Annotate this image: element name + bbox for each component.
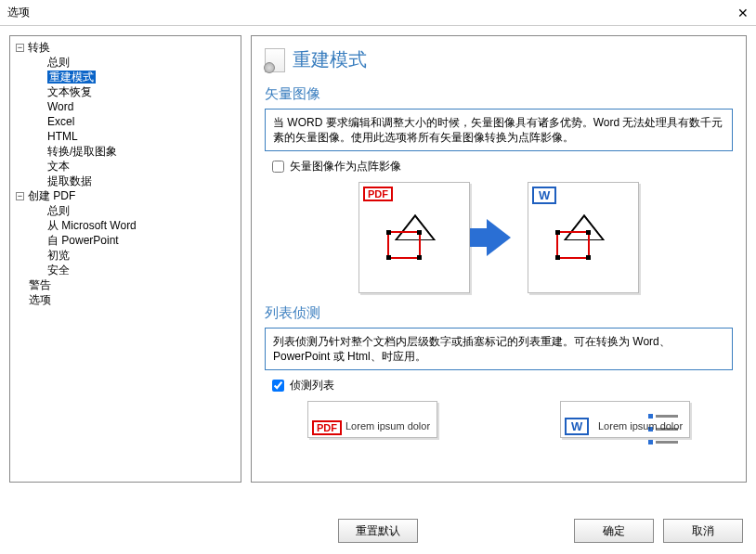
tree-item[interactable]: 总则 [31, 203, 239, 218]
section-heading-list: 列表侦测 [265, 304, 733, 322]
vector-shape-icon [384, 214, 424, 268]
tree-item[interactable]: Word [31, 99, 239, 114]
tree-item-warn[interactable]: 警告 [16, 277, 239, 292]
tree-item-options[interactable]: 选项 [16, 292, 239, 307]
word-badge-icon: W [565, 418, 589, 435]
preview-list-pdf: PDF Lorem ipsum dolor [307, 401, 437, 438]
checkbox-vector[interactable]: 矢量图像作为点阵影像 [272, 159, 733, 174]
ok-button[interactable]: 确定 [574, 519, 654, 543]
pdf-badge-icon: PDF [312, 420, 342, 435]
vector-shape-icon [553, 214, 593, 268]
titlebar: 选项 ✕ [0, 0, 756, 26]
preview-pdf: PDF [358, 182, 470, 293]
info-box-vector: 当 WORD 要求编辑和调整大小的时候，矢量图像具有诸多优势。Word 无法处理… [265, 109, 733, 151]
word-badge-icon: W [532, 187, 556, 204]
tree-item[interactable]: Excel [31, 114, 239, 129]
preview-word: W [528, 182, 639, 293]
info-box-list: 列表侦测乃针对整个文档内层级数字或插塞标记的列表重建。可在转换为 Word、Po… [265, 328, 733, 370]
tree-item[interactable]: 从 Microsoft Word [31, 218, 239, 233]
button-row: 重置默认 确定 取消 [13, 519, 743, 543]
tree-item[interactable]: 转换/提取图象 [31, 144, 239, 159]
panel-title: 重建模式 [265, 47, 733, 72]
arrow-right-icon [487, 219, 511, 256]
collapse-icon[interactable]: − [16, 192, 24, 200]
content-area: −转换 总则 重建模式 文本恢复 Word Excel HTML 转换/提取图象… [0, 26, 756, 492]
tree-item[interactable]: 总则 [31, 55, 239, 70]
cancel-button[interactable]: 取消 [663, 519, 743, 543]
checkbox-list-input[interactable] [272, 380, 284, 392]
window-title: 选项 [7, 5, 30, 20]
tree-item[interactable]: 提取数据 [31, 174, 239, 188]
tree-item[interactable]: 文本 [31, 159, 239, 174]
tree-item-selected[interactable]: 重建模式 [31, 70, 239, 84]
main-panel: 重建模式 矢量图像 当 WORD 要求编辑和调整大小的时候，矢量图像具有诸多优势… [251, 35, 747, 483]
tree-item[interactable]: 初览 [31, 248, 239, 263]
document-gear-icon [265, 48, 285, 72]
tree-item[interactable]: 安全 [31, 263, 239, 277]
lorem-text: Lorem ipsum dolor [345, 420, 430, 432]
collapse-icon[interactable]: − [16, 44, 24, 52]
preview-row-1: PDF W [265, 182, 733, 293]
tree-item[interactable]: 文本恢复 [31, 84, 239, 99]
close-icon[interactable]: ✕ [737, 6, 749, 20]
checkbox-list[interactable]: 侦测列表 [272, 378, 733, 393]
tree-item[interactable]: HTML [31, 129, 239, 144]
section-heading-vector: 矢量图像 [265, 85, 733, 103]
tree-group-create[interactable]: −创建 PDF 总则 从 Microsoft Word 自 PowerPoint… [16, 188, 239, 277]
nav-tree: −转换 总则 重建模式 文本恢复 Word Excel HTML 转换/提取图象… [9, 35, 241, 483]
lorem-text: Lorem ipsum dolor [598, 420, 683, 432]
pdf-badge-icon: PDF [363, 187, 393, 201]
tree-group-convert[interactable]: −转换 总则 重建模式 文本恢复 Word Excel HTML 转换/提取图象… [16, 40, 239, 188]
reset-defaults-button[interactable]: 重置默认 [338, 519, 418, 543]
tree-item[interactable]: 自 PowerPoint [31, 233, 239, 248]
preview-list-word: W Lorem ipsum dolor [560, 401, 690, 438]
checkbox-vector-input[interactable] [272, 161, 284, 173]
preview-row-2: PDF Lorem ipsum dolor W Lorem ipsum dolo… [265, 401, 733, 438]
